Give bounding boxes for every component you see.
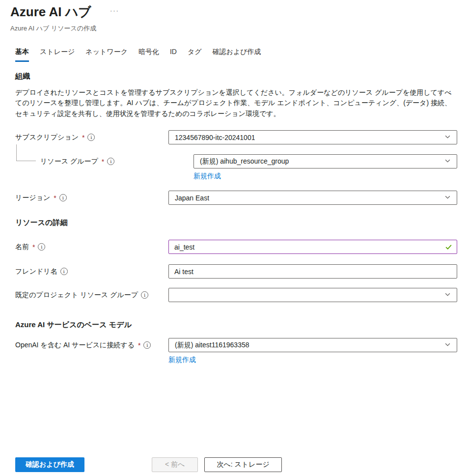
page-subtitle: Azure AI ハブ リソースの作成 (10, 24, 457, 33)
chevron-down-icon (444, 134, 451, 141)
name-input[interactable] (168, 240, 457, 254)
tab-basics[interactable]: 基本 (15, 48, 29, 62)
info-icon[interactable] (107, 158, 114, 165)
more-options-button[interactable]: ··· (110, 7, 119, 14)
ai-services-value: (新規) aitest1161963358 (175, 341, 249, 350)
page-title: Azure AI ハブ (10, 5, 91, 20)
ai-services-label: OpenAI を含む AI サービスに接続する* (15, 338, 168, 352)
wizard-tabs: 基本 ストレージ ネットワーク 暗号化 ID タグ 確認および作成 (15, 48, 457, 62)
tab-networking[interactable]: ネットワーク (85, 48, 128, 62)
field-row-subscription: サブスクリプション* 1234567890-itc-20241001 (15, 130, 457, 144)
next-storage-button[interactable]: 次へ: ストレージ (204, 457, 281, 472)
tab-encryption[interactable]: 暗号化 (138, 48, 159, 62)
subscription-select[interactable]: 1234567890-itc-20241001 (168, 130, 457, 144)
info-icon[interactable] (38, 243, 45, 251)
region-select[interactable]: Japan East (168, 191, 457, 205)
resource-group-select[interactable]: (新規) aihub_resource_group (193, 154, 457, 168)
friendly-name-label: フレンドリ名 (15, 264, 168, 279)
region-label: リージョン* (15, 191, 168, 205)
required-mark: * (82, 134, 84, 141)
required-mark: * (54, 194, 56, 202)
resource-group-create-new-link[interactable]: 新規作成 (193, 172, 221, 181)
required-mark: * (102, 158, 104, 166)
page-header: Azure AI ハブ ··· (10, 5, 457, 20)
tab-tags[interactable]: タグ (188, 48, 202, 62)
ai-services-select[interactable]: (新規) aitest1161963358 (168, 338, 457, 352)
wizard-footer: 確認および作成 < 前へ 次へ: ストレージ (15, 457, 282, 472)
info-icon[interactable] (59, 194, 67, 201)
default-project-rg-select[interactable] (168, 288, 457, 302)
friendly-name-input[interactable] (168, 264, 457, 279)
info-icon[interactable] (143, 341, 151, 349)
field-row-resource-group: リソース グループ* (新規) aihub_resource_group 新規作… (15, 154, 457, 181)
previous-button[interactable]: < 前へ (152, 457, 198, 472)
resource-group-label: リソース グループ* (40, 154, 193, 168)
resource-group-value: (新規) aihub_resource_group (200, 157, 289, 166)
required-mark: * (138, 341, 140, 349)
section-heading-base-model: Azure AI サービスのベース モデル (15, 320, 457, 330)
subscription-label: サブスクリプション* (15, 130, 168, 144)
tab-identity[interactable]: ID (170, 48, 177, 62)
ai-services-create-new-link[interactable]: 新規作成 (168, 356, 196, 364)
field-row-name: 名前* (15, 240, 457, 254)
chevron-down-icon (444, 194, 451, 202)
tab-review-create[interactable]: 確認および作成 (213, 48, 261, 62)
chevron-down-icon (444, 158, 451, 166)
field-row-friendly-name: フレンドリ名 (15, 264, 457, 279)
name-label: 名前* (15, 240, 168, 254)
section-heading-resource-details: リソースの詳細 (15, 218, 457, 227)
tab-storage[interactable]: ストレージ (40, 48, 75, 62)
chevron-down-icon (444, 291, 451, 299)
organization-description: デプロイされたリソースとコストを管理するサブスクリプションを選択してください。フ… (15, 87, 457, 119)
valid-check-icon (445, 243, 452, 252)
info-icon[interactable] (87, 134, 95, 141)
required-mark: * (32, 243, 35, 251)
field-row-region: リージョン* Japan East (15, 191, 457, 205)
region-value: Japan East (175, 194, 209, 202)
section-heading-organization: 組織 (15, 72, 457, 81)
field-row-default-project-rg: 既定のプロジェクト リソース グループ (15, 288, 457, 302)
tree-connector-line (16, 144, 36, 161)
field-row-ai-services: OpenAI を含む AI サービスに接続する* (新規) aitest1161… (15, 338, 457, 364)
chevron-down-icon (444, 341, 451, 349)
default-project-rg-label: 既定のプロジェクト リソース グループ (15, 288, 168, 302)
review-create-button[interactable]: 確認および作成 (15, 457, 84, 472)
info-icon[interactable] (60, 268, 68, 275)
subscription-value: 1234567890-itc-20241001 (175, 134, 255, 141)
info-icon[interactable] (141, 291, 148, 299)
